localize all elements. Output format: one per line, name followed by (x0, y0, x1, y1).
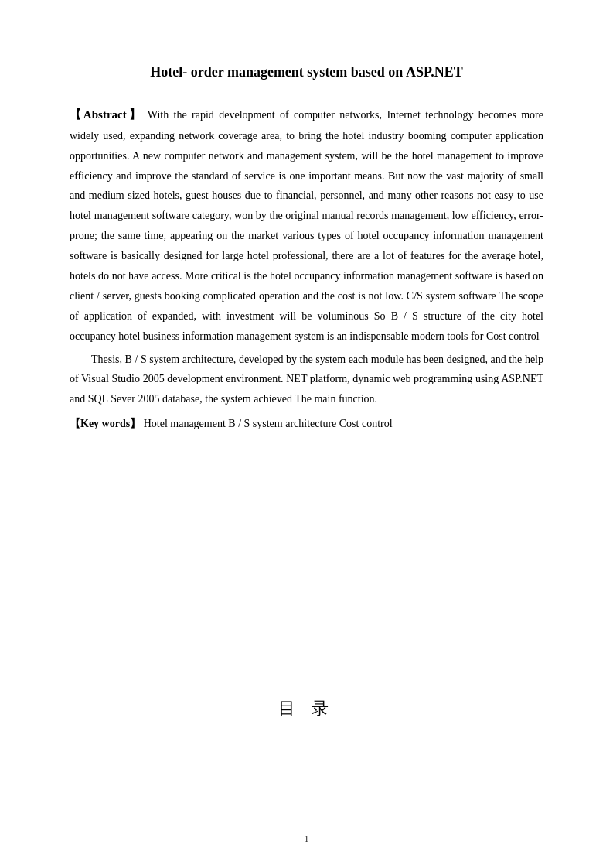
page-number: 1 (0, 832, 613, 845)
keywords-text: Hotel management B / S system architectu… (144, 418, 393, 429)
thesis-paragraph: Thesis, B / S system architecture, devel… (70, 350, 543, 410)
abstract-section: 【Abstract】 With the rapid development of… (70, 104, 543, 347)
keywords-label: 【Key words】 (70, 418, 141, 429)
document-page: Hotel- order management system based on … (0, 0, 613, 868)
document-title: Hotel- order management system based on … (70, 62, 543, 83)
toc-section: 目 录 (70, 697, 543, 720)
abstract-text: With the rapid development of computer n… (70, 109, 543, 342)
abstract-label: 【Abstract】 (70, 108, 142, 121)
keywords-section: 【Key words】 Hotel management B / S syste… (70, 414, 543, 434)
toc-title: 目 录 (70, 697, 543, 720)
